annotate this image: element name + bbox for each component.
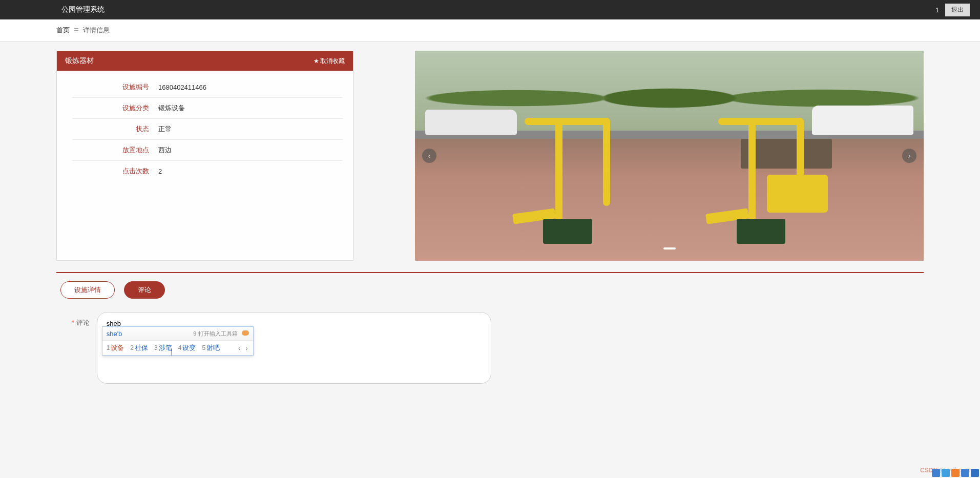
main-content: 锻炼器材 ★取消收藏 设施编号 1680402411466 设施分类 锻炼设备 … [0,51,980,406]
info-row: 点击次数 2 [72,161,343,181]
chevron-right-icon: › [908,152,911,160]
info-value: 正常 [158,124,172,134]
info-label: 设施编号 [72,82,158,92]
ime-next-icon[interactable]: › [244,344,248,352]
ime-candidate[interactable]: 4设变 [178,343,196,352]
comment-input-wrap: she'b 9 打开输入工具箱 1设备 2社保 3涉笔 4设变 5射吧 ‹ [97,312,491,385]
ime-candidate[interactable]: 1设备 [107,343,124,352]
info-label: 放置地点 [72,146,158,155]
tabs: 设施详情 评论 [60,281,924,299]
image-carousel: ‹ › [415,51,924,261]
card-body: 设施编号 1680402411466 设施分类 锻炼设备 状态 正常 放置地点 … [57,71,353,260]
section-divider [56,272,924,273]
star-icon: ★ [314,57,319,65]
ime-popup: she'b 9 打开输入工具箱 1设备 2社保 3涉笔 4设变 5射吧 ‹ [102,326,254,356]
ime-pagination: ‹ › [237,344,249,352]
content-row: 锻炼器材 ★取消收藏 设施编号 1680402411466 设施分类 锻炼设备 … [56,51,924,261]
info-row: 设施编号 1680402411466 [72,77,343,98]
ime-candidate[interactable]: 5射吧 [202,343,220,352]
info-label: 点击次数 [72,167,158,176]
logout-button[interactable]: 退出 [945,4,970,16]
breadcrumb-current: 详情信息 [83,26,110,35]
comment-section: 评论 she'b 9 打开输入工具箱 1设备 2社保 3涉笔 4设变 [72,312,924,385]
ime-typed-text: she'b [107,330,122,338]
card-title: 锻炼器材 [65,56,94,66]
info-label: 状态 [72,124,158,134]
user-indicator[interactable]: 1 [935,6,939,14]
carousel-next-button[interactable]: › [902,149,916,163]
breadcrumb: 首页 ☰ 详情信息 [0,19,980,41]
app-title: 公园管理系统 [61,5,105,14]
tab-detail[interactable]: 设施详情 [60,281,115,299]
info-row: 状态 正常 [72,119,343,140]
ime-hint-text: 打开输入工具箱 [198,330,238,337]
topbar: 公园管理系统 1 退出 [0,0,980,19]
topbar-right: 1 退出 [935,4,970,16]
carousel-indicator[interactable] [663,247,676,250]
info-row: 设施分类 锻炼设备 [72,98,343,119]
ime-input-row: she'b 9 打开输入工具箱 [102,327,253,341]
info-label: 设施分类 [72,103,158,113]
favorite-button[interactable]: ★取消收藏 [314,57,345,66]
ime-hint[interactable]: 9 打开输入工具箱 [193,329,248,338]
info-value: 锻炼设备 [158,103,185,113]
ime-candidate[interactable]: 3涉笔 [154,343,172,352]
breadcrumb-home[interactable]: 首页 [56,26,70,35]
card-header: 锻炼器材 ★取消收藏 [57,51,353,71]
info-value: 西边 [158,146,172,155]
carousel-prev-button[interactable]: ‹ [422,149,436,163]
ime-prev-icon[interactable]: ‹ [237,344,241,352]
tab-comment[interactable]: 评论 [124,281,165,299]
info-value: 1680402411466 [158,84,206,91]
ime-hint-num: 9 [193,330,196,337]
facility-image [415,51,924,261]
ime-candidate[interactable]: 2社保 [130,343,148,352]
ime-candidates: 1设备 2社保 3涉笔 4设变 5射吧 ‹ › [102,341,253,355]
breadcrumb-separator-icon: ☰ [74,27,79,34]
info-row: 放置地点 西边 [72,140,343,161]
favorite-label: 取消收藏 [320,57,345,66]
info-value: 2 [158,168,162,175]
comment-label: 评论 [72,312,90,385]
cloud-icon [242,330,249,336]
detail-card: 锻炼器材 ★取消收藏 设施编号 1680402411466 设施分类 锻炼设备 … [56,51,353,261]
chevron-left-icon: ‹ [428,152,431,160]
ime-text-cursor-icon [172,348,172,356]
